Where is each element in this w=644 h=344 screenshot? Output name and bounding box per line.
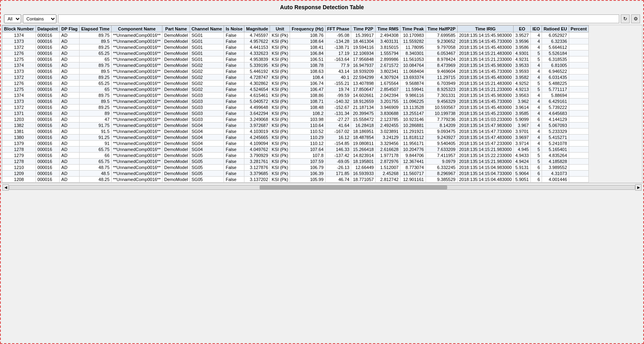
- column-header-dp-flag[interactable]: DP Flag: [60, 26, 80, 32]
- table-cell: 5: [530, 80, 542, 87]
- table-row[interactable]: 1275000016AD65**UnnamedComp0016**DemoMod…: [2, 56, 589, 62]
- condition-select[interactable]: Contains Equals Starts With Ends With: [23, 14, 56, 23]
- table-cell: KSI (Pk): [270, 171, 290, 177]
- table-row[interactable]: 1372000016AD89.25**UnnamedComp0016**Demo…: [2, 44, 589, 50]
- table-row[interactable]: 1380000016AD91.25**UnnamedComp0016**Demo…: [2, 135, 589, 141]
- column-header-component-name[interactable]: Component Name: [111, 26, 162, 32]
- table-cell: 3.24129: [376, 135, 400, 141]
- column-header-percent[interactable]: Percent: [569, 26, 588, 32]
- column-header-time-peak[interactable]: Time Peak: [400, 26, 426, 32]
- column-header-frequency-(hz)[interactable]: Frequency (Hz): [290, 26, 325, 32]
- table-row[interactable]: 1209000016AD48.5**UnnamedComp0016**DemoM…: [2, 171, 589, 177]
- table-row[interactable]: 1379000016AD91**UnnamedComp0016**DemoMod…: [2, 141, 589, 147]
- table-cell: 15.39917: [351, 32, 376, 38]
- table-row[interactable]: 1275000016AD65**UnnamedComp0016**DemoMod…: [2, 87, 589, 93]
- column-header-ieo[interactable]: IEO: [530, 26, 542, 32]
- table-cell: 108.76: [290, 32, 325, 38]
- table-cell: SG03: [190, 99, 224, 105]
- table-row[interactable]: 1373000016AD89.5**UnnamedComp0016**DemoM…: [2, 38, 589, 44]
- table-cell: 1203: [2, 117, 36, 123]
- table-cell: 77.9: [325, 62, 351, 68]
- table-row[interactable]: 1372000016AD89.25**UnnamedComp0016**Demo…: [2, 105, 589, 111]
- table-cell: 3.127876: [244, 165, 270, 171]
- column-header-block-number[interactable]: Block Number: [2, 26, 36, 32]
- table-cell: False: [224, 153, 244, 159]
- column-header-unit[interactable]: Unit: [270, 26, 290, 32]
- table-row[interactable]: 1276000016AD65.25**UnnamedComp0016**Demo…: [2, 80, 589, 87]
- column-header-time-halfp2p[interactable]: Time HalfP2P: [426, 26, 457, 32]
- table-cell: 4.185828: [542, 159, 569, 165]
- table-row[interactable]: 1382000016AD91.75**UnnamedComp0016**Demo…: [2, 123, 589, 129]
- table-cell: [569, 117, 588, 123]
- table-row[interactable]: 1374000016AD89.75**UnnamedComp0016**Demo…: [2, 93, 589, 99]
- table-cell: 106.79: [290, 165, 325, 171]
- filter-select[interactable]: All: [4, 14, 21, 23]
- table-cell: 1209: [2, 171, 36, 177]
- settings-button[interactable]: ⚙: [631, 14, 640, 23]
- column-header-channel-name[interactable]: Channel Name: [190, 26, 224, 32]
- table-cell: 000016: [36, 117, 60, 123]
- table-row[interactable]: 1373000016AD89.5**UnnamedComp0016**DemoM…: [2, 68, 589, 74]
- table-row[interactable]: 1210000016AD48.75**UnnamedComp0016**Demo…: [2, 165, 589, 171]
- table-cell: 2018:135:14:15:21.483000: [457, 80, 514, 87]
- scroll-right-button[interactable]: ▶: [635, 184, 642, 191]
- table-row[interactable]: 1373000016AD89.5**UnnamedComp0016**DemoM…: [2, 99, 589, 105]
- table-cell: 3.249068: [244, 117, 270, 123]
- table-cell: 16.12: [325, 135, 351, 141]
- table-row[interactable]: 1279000016AD66**UnnamedComp0016**DemoMod…: [2, 153, 589, 159]
- table-cell: 108.48: [290, 105, 325, 111]
- table-cell: -138.71: [325, 44, 351, 50]
- table-cell: 5.165401: [542, 147, 569, 153]
- table-cell: 000016: [36, 153, 60, 159]
- table-cell: KSI (Pk): [270, 159, 290, 165]
- table-row[interactable]: 1371000016AD89**UnnamedComp0016**DemoMod…: [2, 111, 589, 117]
- column-header-datapoint[interactable]: Datapoint: [36, 26, 60, 32]
- column-header-time-irig[interactable]: Time IRIG: [457, 26, 514, 32]
- table-row[interactable]: 1278000016AD65.75**UnnamedComp0016**Demo…: [2, 159, 589, 165]
- table-cell: 10.923146: [400, 117, 426, 123]
- horizontal-scrollbar[interactable]: [9, 185, 635, 190]
- table-cell: 16.593933: [351, 171, 376, 177]
- column-header-is-noise[interactable]: Is Noise: [224, 26, 244, 32]
- table-cell: SG05: [190, 165, 224, 171]
- table-row[interactable]: 1374000016AD89.75**UnnamedComp0016**Demo…: [2, 62, 589, 68]
- table-cell: AD: [60, 32, 80, 38]
- table-cell: 89.75: [80, 93, 112, 99]
- scroll-left-button[interactable]: ◀: [2, 184, 9, 191]
- column-header-ratioed-eu[interactable]: Ratioed EU: [542, 26, 569, 32]
- table-cell: AD: [60, 111, 80, 117]
- table-cell: KSI (Pk): [270, 74, 290, 80]
- column-header-time-p2p[interactable]: Time P2P: [351, 26, 376, 32]
- table-cell: [569, 93, 588, 99]
- table-cell: 11.561053: [400, 56, 426, 62]
- table-cell: 89: [80, 111, 112, 117]
- table-cell: 3.9586: [514, 44, 531, 50]
- table-cell: 48.25: [80, 177, 112, 183]
- column-header-elapsed-time[interactable]: Elapsed Time: [80, 26, 112, 32]
- table-row[interactable]: 1381000016AD91.5**UnnamedComp0016**DemoM…: [2, 129, 589, 135]
- column-header-magnitude[interactable]: Magnitude: [244, 26, 270, 32]
- table-row[interactable]: 1276000016AD65.25**UnnamedComp0016**Demo…: [2, 50, 589, 56]
- refresh-button[interactable]: ↻: [621, 14, 630, 23]
- table-cell: 14.823914: [351, 153, 376, 159]
- table-row[interactable]: 1372000016AD89.25**UnnamedComp0016**Demo…: [2, 74, 589, 80]
- table-row[interactable]: 1278000016AD65.75**UnnamedComp0016**Demo…: [2, 147, 589, 153]
- table-cell: [569, 147, 588, 153]
- column-header-part-name[interactable]: Part Name: [162, 26, 190, 32]
- table-row[interactable]: 1208000016AD48.25**UnnamedComp0016**Demo…: [2, 177, 589, 183]
- table-cell: 2018:135:14:15:45.983000: [457, 32, 514, 38]
- table-row[interactable]: 1374000016AD89.75**UnnamedComp0016**Demo…: [2, 32, 589, 38]
- column-header-fft-phase[interactable]: FFT Phase: [325, 26, 351, 32]
- column-header-time-rms[interactable]: Time RMS: [376, 26, 400, 32]
- column-header-eo[interactable]: EO: [514, 26, 531, 32]
- table-row[interactable]: 1203000016AD47**UnnamedComp0016**DemoMod…: [2, 117, 589, 123]
- table-cell: 4: [530, 141, 542, 147]
- table-cell: 1.512007: [376, 165, 400, 171]
- table-cell: 4.499648: [244, 105, 270, 111]
- table-cell: 15.266418: [351, 147, 376, 153]
- table-cell: 4.001446: [542, 177, 569, 183]
- table-cell: 2.854507: [376, 87, 400, 93]
- table-cell: 2018:135:14:15:45.733000: [457, 68, 514, 74]
- table-cell: 6.32336: [542, 38, 569, 44]
- search-input[interactable]: [58, 14, 619, 23]
